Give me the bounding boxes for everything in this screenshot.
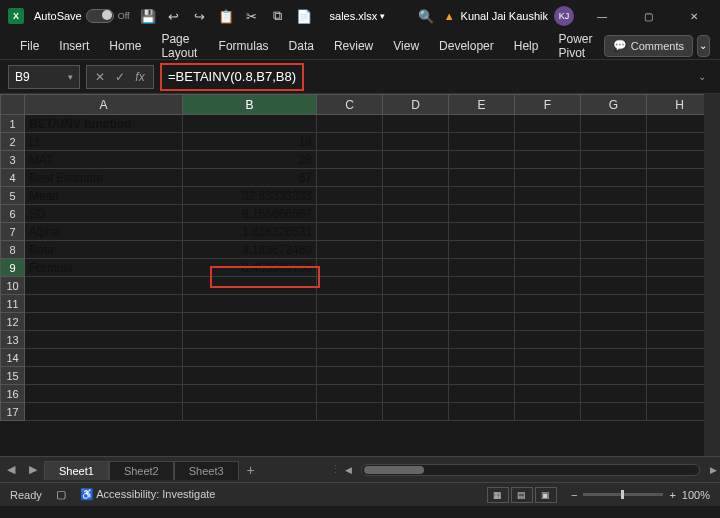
tab-file[interactable]: File xyxy=(10,35,49,57)
status-ready: Ready xyxy=(10,489,42,501)
cell-A2[interactable]: Lt xyxy=(25,133,183,151)
toggle-switch-icon[interactable] xyxy=(86,9,114,23)
sheet-tabs-bar: ◀ ▶ Sheet1 Sheet2 Sheet3 + ⋮ ◀ ▶ xyxy=(0,456,720,482)
scroll-right-icon[interactable]: ▶ xyxy=(706,465,720,475)
avatar: KJ xyxy=(554,6,574,26)
cell-A3[interactable]: MAT xyxy=(25,151,183,169)
cell-B9[interactable]: 0.453565758 xyxy=(183,259,317,277)
tab-power-pivot[interactable]: Power Pivot xyxy=(548,28,603,64)
page-break-view-icon[interactable]: ▣ xyxy=(535,487,557,503)
tab-developer[interactable]: Developer xyxy=(429,35,504,57)
name-box[interactable]: B9 ▾ xyxy=(8,65,80,89)
username: Kunal Jai Kaushik xyxy=(461,10,548,22)
view-buttons: ▦ ▤ ▣ xyxy=(487,487,557,503)
accessibility-status[interactable]: ♿ Accessibility: Investigate xyxy=(80,488,216,501)
col-header-A[interactable]: A xyxy=(25,95,183,115)
zoom-in-icon[interactable]: + xyxy=(669,489,675,501)
redo-icon[interactable]: ↪ xyxy=(192,8,208,24)
paste-icon[interactable]: 📄 xyxy=(296,8,312,24)
ribbon-options-button[interactable]: ⌄ xyxy=(697,35,710,57)
spreadsheet-grid[interactable]: A B C D E F G H 1BETAINV function 2Lt18 … xyxy=(0,94,720,456)
zoom-out-icon[interactable]: − xyxy=(571,489,577,501)
status-bar: Ready ▢ ♿ Accessibility: Investigate ▦ ▤… xyxy=(0,482,720,506)
cell-B4[interactable]: 67 xyxy=(183,169,317,187)
formula-tools: ✕ ✓ fx xyxy=(86,65,154,89)
tab-insert[interactable]: Insert xyxy=(49,35,99,57)
search-icon[interactable]: 🔍 xyxy=(418,8,434,24)
page-layout-view-icon[interactable]: ▤ xyxy=(511,487,533,503)
cell-B3[interactable]: 28 xyxy=(183,151,317,169)
col-header-B[interactable]: B xyxy=(183,95,317,115)
chevron-down-icon: ▾ xyxy=(68,72,73,82)
save-icon[interactable]: 💾 xyxy=(140,8,156,24)
cell-A8[interactable]: Beta xyxy=(25,241,183,259)
cell-B5[interactable]: 32.83333333 xyxy=(183,187,317,205)
comments-button[interactable]: 💬 Comments xyxy=(604,35,693,57)
select-all-corner[interactable] xyxy=(1,95,25,115)
cell-A1[interactable]: BETAINV function xyxy=(25,115,183,133)
cell-A5[interactable]: Mean xyxy=(25,187,183,205)
filename[interactable]: sales.xlsx ▾ xyxy=(330,10,386,22)
tab-home[interactable]: Home xyxy=(99,35,151,57)
accept-formula-icon[interactable]: ✓ xyxy=(111,70,129,84)
zoom-control: − + 100% xyxy=(571,489,710,501)
zoom-slider[interactable] xyxy=(583,493,663,496)
autosave-state: Off xyxy=(118,11,130,21)
tab-view[interactable]: View xyxy=(383,35,429,57)
autosave-label: AutoSave xyxy=(34,10,82,22)
cell-B8[interactable]: 4.183673469 xyxy=(183,241,317,259)
macro-record-icon[interactable]: ▢ xyxy=(56,488,66,501)
col-header-F[interactable]: F xyxy=(515,95,581,115)
maximize-button[interactable]: ▢ xyxy=(630,2,666,30)
col-header-G[interactable]: G xyxy=(581,95,647,115)
tab-formulas[interactable]: Formulas xyxy=(209,35,279,57)
cell-B6[interactable]: 8.166666667 xyxy=(183,205,317,223)
undo-icon[interactable]: ↩ xyxy=(166,8,182,24)
col-header-C[interactable]: C xyxy=(317,95,383,115)
tab-data[interactable]: Data xyxy=(279,35,324,57)
excel-icon: X xyxy=(8,8,24,24)
scroll-left-icon[interactable]: ◀ xyxy=(341,465,355,475)
vertical-scrollbar[interactable] xyxy=(704,94,720,456)
next-sheet-icon[interactable]: ▶ xyxy=(22,463,44,476)
sheet-tab-2[interactable]: Sheet2 xyxy=(109,461,174,480)
sheet-tab-3[interactable]: Sheet3 xyxy=(174,461,239,480)
cell-A9[interactable]: Formula xyxy=(25,259,183,277)
copy-icon[interactable]: ⧉ xyxy=(270,8,286,24)
horizontal-scrollbar[interactable] xyxy=(361,464,700,476)
formula-bar: B9 ▾ ✕ ✓ fx =BETAINV(0.8,B7,B8) ⌄ xyxy=(0,60,720,94)
title-bar: X AutoSave Off 💾 ↩ ↪ 📋 ✂ ⧉ 📄 sales.xlsx … xyxy=(0,0,720,32)
sheet-tab-1[interactable]: Sheet1 xyxy=(44,461,109,480)
cancel-formula-icon[interactable]: ✕ xyxy=(91,70,109,84)
col-header-D[interactable]: D xyxy=(383,95,449,115)
tab-page-layout[interactable]: Page Layout xyxy=(151,28,208,64)
zoom-level[interactable]: 100% xyxy=(682,489,710,501)
cell-A4[interactable]: Best Estimate xyxy=(25,169,183,187)
cell-A7[interactable]: Alpha xyxy=(25,223,183,241)
cut-icon[interactable]: ✂ xyxy=(244,8,260,24)
new-sheet-button[interactable]: + xyxy=(239,462,263,478)
clipboard-icon[interactable]: 📋 xyxy=(218,8,234,24)
tab-review[interactable]: Review xyxy=(324,35,383,57)
autosave-toggle[interactable]: AutoSave Off xyxy=(34,9,130,23)
cell-B1[interactable] xyxy=(183,115,317,133)
normal-view-icon[interactable]: ▦ xyxy=(487,487,509,503)
formula-input[interactable]: =BETAINV(0.8,B7,B8) xyxy=(160,63,304,91)
fx-icon[interactable]: fx xyxy=(131,70,149,84)
cell-B2[interactable]: 18 xyxy=(183,133,317,151)
col-header-E[interactable]: E xyxy=(449,95,515,115)
minimize-button[interactable]: — xyxy=(584,2,620,30)
ribbon-tabs: File Insert Home Page Layout Formulas Da… xyxy=(0,32,720,60)
col-header-H[interactable]: H xyxy=(647,95,713,115)
tab-help[interactable]: Help xyxy=(504,35,549,57)
expand-formula-bar-icon[interactable]: ⌄ xyxy=(692,71,712,82)
close-button[interactable]: ✕ xyxy=(676,2,712,30)
chevron-down-icon: ▾ xyxy=(380,11,385,21)
cell-B7[interactable]: 1.816326531 xyxy=(183,223,317,241)
user-account[interactable]: ▲ Kunal Jai Kaushik KJ xyxy=(444,6,574,26)
warning-icon: ▲ xyxy=(444,10,455,22)
prev-sheet-icon[interactable]: ◀ xyxy=(0,463,22,476)
cell-A6[interactable]: SD xyxy=(25,205,183,223)
